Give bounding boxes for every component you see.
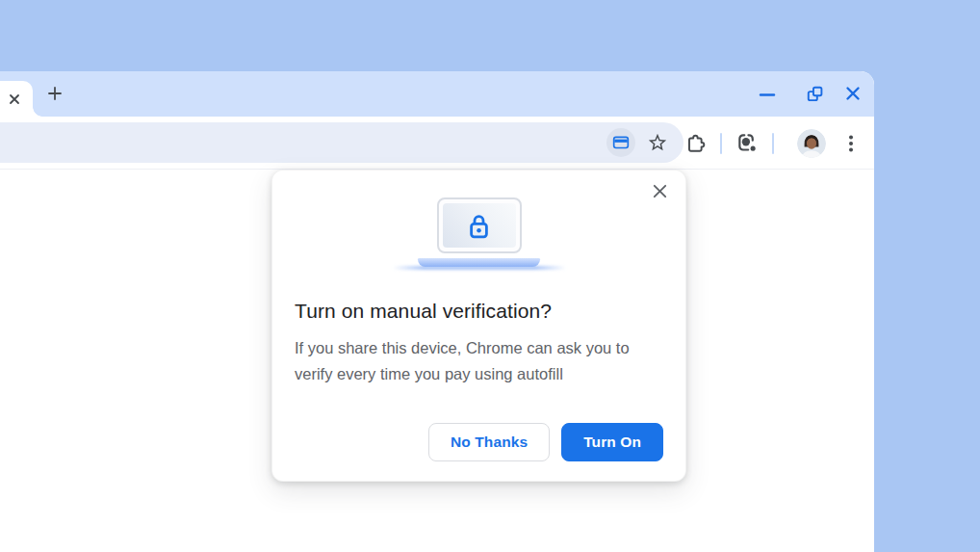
extensions-button[interactable] xyxy=(683,132,707,155)
manual-verification-dialog: Turn on manual verification? If you shar… xyxy=(271,170,686,482)
minimize-icon xyxy=(759,85,776,102)
tab-close-icon[interactable] xyxy=(8,92,21,106)
toolbar-separator xyxy=(772,133,774,154)
laptop-lock-illustration xyxy=(272,171,685,270)
window-close-button[interactable] xyxy=(841,82,864,105)
payment-card-icon xyxy=(611,133,631,152)
dialog-close-button[interactable] xyxy=(647,178,672,203)
lens-camera-icon xyxy=(736,132,759,154)
extensions-puzzle-icon xyxy=(684,132,707,154)
window-restore-button[interactable] xyxy=(803,82,826,105)
new-tab-button[interactable] xyxy=(43,82,66,105)
star-icon xyxy=(647,132,668,153)
dialog-body: If you share this device, Chrome can ask… xyxy=(295,335,655,387)
restore-window-icon xyxy=(806,85,824,103)
tab-strip xyxy=(0,71,874,117)
dialog-buttons: No Thanks Turn On xyxy=(428,423,663,461)
profile-avatar[interactable] xyxy=(797,129,826,158)
plus-icon xyxy=(47,86,63,101)
browser-toolbar xyxy=(0,117,874,170)
laptop-screen xyxy=(443,203,516,248)
browser-menu-button[interactable] xyxy=(839,132,863,155)
turn-on-button[interactable]: Turn On xyxy=(561,423,663,461)
bookmark-star-button[interactable] xyxy=(646,131,669,154)
lock-icon xyxy=(466,211,492,240)
laptop-lid xyxy=(437,197,522,253)
payment-autofill-chip[interactable] xyxy=(606,128,635,157)
no-thanks-button[interactable]: No Thanks xyxy=(428,423,550,461)
desktop-background: Turn on manual verification? If you shar… xyxy=(0,0,980,552)
close-x-icon xyxy=(652,183,668,199)
window-controls xyxy=(756,82,864,105)
more-vert-icon xyxy=(841,134,861,153)
toolbar-actions xyxy=(683,117,863,170)
window-minimize-button[interactable] xyxy=(756,82,779,105)
laptop-shadow xyxy=(393,266,566,270)
dialog-title: Turn on manual verification? xyxy=(295,300,662,323)
lens-search-button[interactable] xyxy=(735,132,759,155)
active-tab[interactable] xyxy=(0,81,33,117)
toolbar-separator xyxy=(720,133,722,154)
address-bar[interactable] xyxy=(0,122,683,163)
close-window-icon xyxy=(845,86,861,101)
